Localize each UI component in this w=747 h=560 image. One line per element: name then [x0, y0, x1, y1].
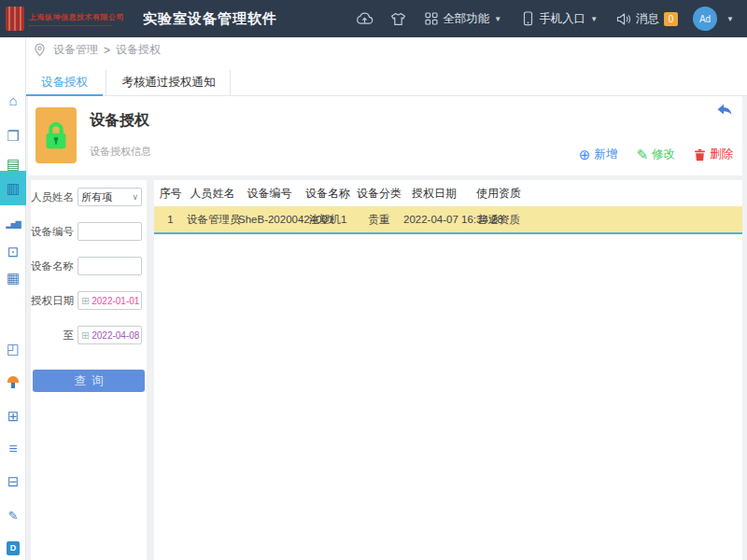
date-to-input[interactable]: ⊞ 2022-04-08 [78, 326, 142, 344]
lock-badge [35, 107, 77, 163]
tab-device-auth[interactable]: 设备授权 [26, 70, 103, 96]
sidebar-item-home[interactable]: ⌂ [0, 86, 26, 114]
d-document-icon: D [7, 541, 20, 555]
app-window: 上海纵坤信息技术有限公司 实验室设备管理软件 全部功能 ▼ 手机入口 ▼ [0, 0, 747, 560]
device-name-label: 设备名称 [31, 256, 74, 276]
select-chevron-icon: ∨ [132, 192, 138, 202]
phone-icon [522, 11, 534, 26]
all-functions-menu[interactable]: 全部功能 ▼ [425, 11, 501, 27]
cloud-upload-icon [356, 11, 374, 26]
sidebar-item-printer[interactable]: ⊟ [0, 467, 26, 495]
panel-header: 设备授权 设备授权信息 ⊕ 新增 ✎ 修改 删除 [28, 96, 742, 175]
location-pin-icon [34, 43, 46, 57]
person-name-label: 人员姓名 [31, 187, 74, 207]
pencil-icon: ✎ [636, 147, 648, 161]
device-no-input[interactable] [78, 222, 142, 241]
sidebar-item-chart[interactable]: ▂▅▇ [0, 211, 26, 239]
tab-exam-passed-notice[interactable]: 考核通过授权通知 [106, 70, 231, 96]
page-title: 设备授权 [90, 111, 149, 131]
cell-device-no: SheB-20200424001 [238, 214, 301, 225]
edit-label: 修改 [652, 147, 675, 162]
breadcrumb-separator: > [104, 44, 110, 57]
sidebar-item-doc-edit[interactable]: ✎ [0, 501, 26, 529]
document-edit-icon: ✎ [8, 510, 19, 522]
lamp-icon [7, 376, 19, 388]
col-header-index: 序号 [154, 186, 187, 202]
logo-subtext [29, 22, 111, 26]
filter-panel: 人员姓名 所有项 ∨ 设备编号 设备名称 授权日期 ⊞ 2022-01-01 至… [31, 180, 147, 560]
cloud-upload-button[interactable] [356, 11, 374, 26]
cell-person: 设备管理员 [187, 213, 238, 227]
person-name-value: 所有项 [81, 190, 112, 204]
col-header-device-name: 设备名称 [301, 186, 355, 202]
add-circle-icon: ⊕ [579, 147, 591, 161]
sidebar-item-building[interactable]: ▦ [0, 263, 26, 291]
company-seal-logo [6, 7, 24, 31]
back-button[interactable] [715, 102, 733, 119]
date-from-value: 2022-01-01 [92, 296, 139, 306]
page-subtitle: 设备授权信息 [90, 145, 151, 159]
breadcrumb-parent[interactable]: 设备管理 [53, 42, 98, 58]
person-name-select[interactable]: 所有项 ∨ [78, 188, 142, 206]
add-label: 新增 [594, 147, 617, 162]
breadcrumb: 设备管理 > 设备授权 [26, 37, 747, 63]
speaker-icon [616, 12, 631, 26]
auth-date-label: 授权日期 [31, 290, 74, 311]
theme-button[interactable] [390, 12, 406, 26]
sidebar-item-d-doc[interactable]: D [0, 534, 26, 560]
home-icon: ⌂ [8, 93, 17, 107]
results-table: 序号 人员姓名 设备编号 设备名称 设备分类 授权日期 使用资质 1 设备管理员… [154, 180, 742, 560]
table-row[interactable]: 1 设备管理员 SheB-20200424001 注塑机1 贵重 2022-04… [154, 206, 742, 234]
presentation-board-icon: ◰ [7, 342, 20, 356]
date-from-input[interactable]: ⊞ 2022-01-01 [78, 291, 142, 310]
pages-icon: ❐ [7, 129, 19, 143]
device-name-input[interactable] [78, 257, 142, 275]
cell-index: 1 [154, 214, 187, 225]
date-to-label: 至 [31, 325, 74, 345]
cell-device-name: 注塑机1 [301, 213, 355, 227]
tab-bar: 设备授权 考核通过授权通知 [26, 70, 747, 96]
mobile-entry-label: 手机入口 [539, 11, 585, 27]
user-avatar[interactable]: Ad [693, 7, 717, 31]
lock-icon [42, 119, 70, 151]
col-header-qualification: 使用资质 [465, 186, 532, 202]
edit-button[interactable]: ✎ 修改 [636, 147, 675, 162]
sidebar-item-presentation[interactable]: ◰ [0, 334, 26, 362]
company-name: 上海纵坤信息技术有限公司 [29, 12, 124, 22]
date-to-value: 2022-04-08 [92, 330, 139, 341]
top-bar: 上海纵坤信息技术有限公司 实验室设备管理软件 全部功能 ▼ 手机入口 ▼ [0, 0, 747, 37]
calendar-icon: ⊞ [81, 329, 90, 342]
shirt-icon [390, 12, 406, 26]
calendar-icon: ⊞ [81, 295, 90, 307]
printer-icon: ⊟ [7, 474, 20, 488]
breadcrumb-tab-area: 设备管理 > 设备授权 设备授权 考核通过授权通知 [26, 37, 747, 96]
cell-qualification: 普通资质 [465, 213, 532, 227]
grid-icon [425, 12, 438, 25]
sidebar-item-pages[interactable]: ❐ [0, 121, 26, 149]
sidebar-item-device-auth-active[interactable]: ▥ [0, 171, 26, 205]
bar-chart-icon: ▂▅▇ [6, 221, 20, 229]
col-header-person: 人员姓名 [187, 186, 238, 202]
cell-category: 贵重 [355, 213, 403, 227]
topbar-menu: 全部功能 ▼ 手机入口 ▼ 消息 0 Ad ▼ [356, 7, 747, 31]
messages-menu[interactable]: 消息 0 [616, 11, 678, 27]
delete-button[interactable]: 删除 [694, 147, 733, 162]
user-menu-chevron-icon[interactable]: ▼ [726, 15, 734, 23]
add-button[interactable]: ⊕ 新增 [579, 147, 618, 162]
sidebar-item-list[interactable]: ≡ [0, 435, 26, 463]
mobile-entry-menu[interactable]: 手机入口 ▼ [522, 11, 598, 27]
query-button[interactable]: 查询 [33, 370, 145, 392]
chevron-down-icon: ▼ [494, 15, 501, 23]
sidebar-item-lab-lamp[interactable] [0, 368, 26, 396]
cell-auth-date: 2022-04-07 16:34:28 [403, 214, 465, 225]
breadcrumb-current: 设备授权 [116, 42, 161, 58]
list-icon: ≡ [8, 441, 17, 456]
trash-icon [694, 148, 706, 161]
workstation-icon: ⊡ [7, 245, 20, 259]
sidebar-item-calendar[interactable]: ⊞ [0, 401, 26, 429]
delete-label: 删除 [710, 147, 733, 162]
col-header-device-no: 设备编号 [238, 186, 301, 202]
sidebar-item-workstation[interactable]: ⊡ [0, 237, 26, 265]
col-header-auth-date: 授权日期 [403, 186, 465, 202]
table-header-row: 序号 人员姓名 设备编号 设备名称 设备分类 授权日期 使用资质 [154, 180, 742, 206]
